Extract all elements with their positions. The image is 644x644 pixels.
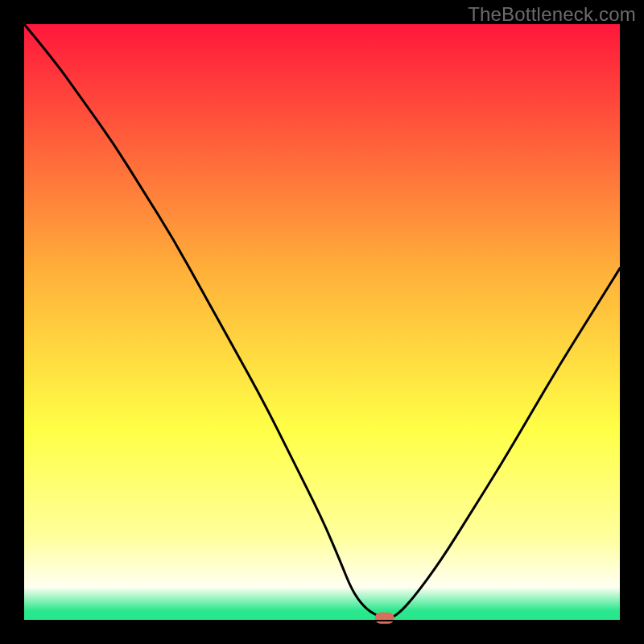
watermark-label: TheBottleneck.com bbox=[468, 3, 636, 26]
chart-frame: TheBottleneck.com bbox=[0, 0, 644, 644]
plot-background bbox=[24, 24, 620, 620]
optimal-marker bbox=[375, 613, 394, 624]
bottleneck-chart bbox=[0, 0, 644, 644]
